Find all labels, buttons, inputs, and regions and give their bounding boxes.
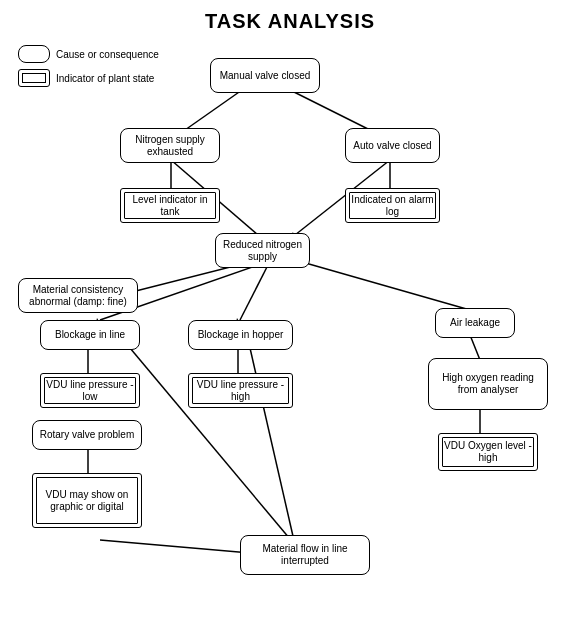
vdu-line-high-node: VDU line pressure - high <box>188 373 293 408</box>
air-leakage-node: Air leakage <box>435 308 515 338</box>
svg-line-1 <box>290 90 370 130</box>
blockage-hopper-node: Blockage in hopper <box>188 320 293 350</box>
level-indicator-node: Level indicator in tank <box>120 188 220 223</box>
material-flow-node: Material flow in line interrupted <box>240 535 370 575</box>
auto-valve-node: Auto valve closed <box>345 128 440 163</box>
svg-line-8 <box>240 265 268 320</box>
legend-indicator-label: Indicator of plant state <box>56 73 154 84</box>
indicated-alarm-node: Indicated on alarm log <box>345 188 440 223</box>
nitrogen-supply-node: Nitrogen supply exhausted <box>120 128 220 163</box>
legend-indicator: Indicator of plant state <box>18 69 159 87</box>
manual-valve-node: Manual valve closed <box>210 58 320 93</box>
legend-indicator-icon <box>18 69 50 87</box>
vdu-line-low-node: VDU line pressure - low <box>40 373 140 408</box>
page-title: TASK ANALYSIS <box>10 10 570 33</box>
legend-rounded-icon <box>18 45 50 63</box>
vdu-may-show-node: VDU may show on graphic or digital <box>32 473 142 528</box>
page: TASK ANALYSIS Cause or consequence Indic… <box>0 0 580 620</box>
legend: Cause or consequence Indicator of plant … <box>18 45 159 93</box>
blockage-line-node: Blockage in line <box>40 320 140 350</box>
svg-line-12 <box>470 335 480 360</box>
svg-line-9 <box>295 260 470 310</box>
legend-cause: Cause or consequence <box>18 45 159 63</box>
material-consistency-node: Material consistency abnormal (damp: fin… <box>18 278 138 313</box>
vdu-oxygen-node: VDU Oxygen level - high <box>438 433 538 471</box>
high-oxygen-node: High oxygen reading from analyser <box>428 358 548 410</box>
svg-line-0 <box>185 90 242 130</box>
reduced-nitrogen-node: Reduced nitrogen supply <box>215 233 310 268</box>
legend-cause-label: Cause or consequence <box>56 49 159 60</box>
rotary-valve-node: Rotary valve problem <box>32 420 142 450</box>
